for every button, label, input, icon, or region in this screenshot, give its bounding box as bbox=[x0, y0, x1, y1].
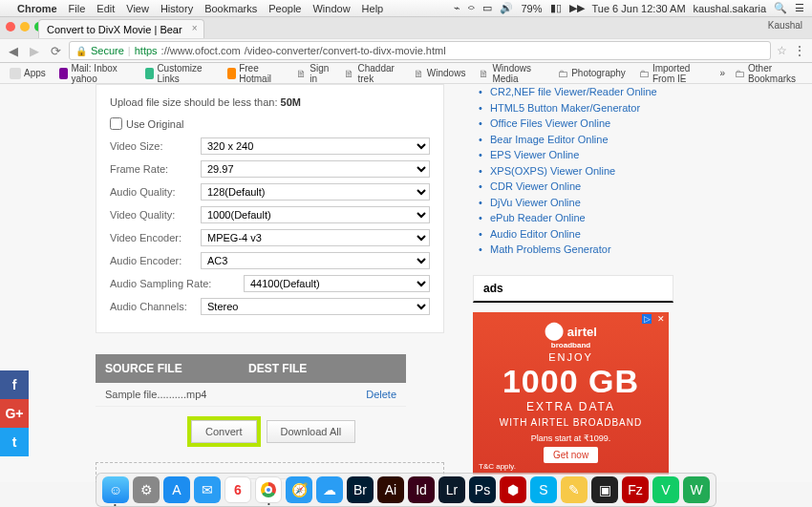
bm-windows[interactable]: 🗎Windows bbox=[410, 66, 470, 81]
window-close-icon[interactable] bbox=[6, 22, 15, 32]
td-source: Sample file..........mp4 bbox=[96, 383, 239, 406]
bm-overflow[interactable]: » bbox=[720, 68, 726, 78]
select-frame-rate[interactable]: 29.97 bbox=[201, 160, 430, 178]
bm-winmedia[interactable]: 🗎Windows Media bbox=[475, 61, 548, 86]
bm-apps[interactable]: Apps bbox=[6, 66, 50, 81]
dock-lr-icon[interactable]: Lr bbox=[438, 476, 465, 503]
select-video-quality[interactable]: 1000(Default) bbox=[201, 206, 430, 223]
menubar-datetime[interactable]: Tue 6 Jun 12:30 AM bbox=[592, 3, 686, 14]
dock-calendar-icon[interactable]: 6 bbox=[224, 476, 251, 503]
dock-ai-icon[interactable]: Ai bbox=[377, 476, 404, 503]
bm-other[interactable]: 🗀Other Bookmarks bbox=[731, 61, 806, 86]
sidebar-link[interactable]: Audio Editor Online bbox=[490, 226, 673, 243]
dock-id-icon[interactable]: Id bbox=[408, 476, 435, 503]
download-all-button[interactable]: Download All bbox=[267, 420, 356, 443]
sidebar-link[interactable]: XPS(OXPS) Viewer Online bbox=[490, 163, 673, 180]
adchoices-icon[interactable]: ▷ bbox=[642, 314, 652, 324]
dock-app1-icon[interactable]: ⬢ bbox=[500, 476, 526, 503]
googleplus-share-button[interactable]: G+ bbox=[0, 399, 29, 428]
dock-mail-icon[interactable]: ✉ bbox=[194, 476, 221, 503]
dock-safari-icon[interactable]: 🧭 bbox=[286, 476, 312, 503]
menu-app[interactable]: Chrome bbox=[17, 3, 57, 14]
sidebar-link[interactable]: ePub Reader Online bbox=[490, 210, 673, 226]
dock-chrome-icon[interactable] bbox=[255, 476, 282, 503]
fastfwd-icon[interactable]: ▶▶ bbox=[569, 2, 585, 14]
ad-close-icon[interactable]: ✕ bbox=[657, 314, 665, 324]
select-audio-quality[interactable]: 128(Default) bbox=[201, 183, 430, 201]
select-audio-encoder[interactable]: AC3 bbox=[201, 252, 430, 269]
dock-launchpad-icon[interactable]: ⚙ bbox=[133, 476, 160, 503]
bookmark-star-icon[interactable]: ☆ bbox=[777, 44, 787, 57]
address-bar[interactable]: 🔒 Secure | https ://www.ofoct.com /video… bbox=[69, 41, 771, 60]
use-original-checkbox[interactable] bbox=[110, 117, 122, 130]
spotlight-icon[interactable]: 🔍 bbox=[774, 2, 787, 14]
sidebar-link[interactable]: Office Files Viewer Online bbox=[490, 116, 673, 132]
dock-notes-icon[interactable]: ✎ bbox=[561, 476, 588, 503]
sidebar-link[interactable]: CR2,NEF file Viewer/Reader Online bbox=[490, 84, 673, 100]
menu-help[interactable]: Help bbox=[362, 3, 384, 14]
dock-appstore-icon[interactable]: A bbox=[163, 476, 190, 503]
bm-chaddar[interactable]: 🗎Chaddar trek bbox=[340, 61, 403, 86]
back-icon[interactable]: ◀ bbox=[6, 43, 21, 58]
menu-file[interactable]: File bbox=[69, 3, 86, 14]
dock-ps-icon[interactable]: Ps bbox=[469, 476, 496, 503]
dock-skype-icon[interactable]: S bbox=[530, 476, 557, 503]
battery-label: 79% bbox=[521, 3, 542, 14]
menubar-user[interactable]: kaushal.sakaria bbox=[694, 3, 766, 14]
bm-photo[interactable]: 🗀Photography bbox=[554, 66, 630, 81]
chrome-tabstrip: Convert to DivX Movie | Bear × Kaushal bbox=[0, 17, 812, 38]
twitter-share-button[interactable]: t bbox=[0, 428, 29, 456]
sidebar-link[interactable]: CDR Viewer Online bbox=[490, 179, 673, 195]
dock-w-icon[interactable]: W bbox=[683, 476, 710, 503]
convert-button[interactable]: Convert bbox=[191, 420, 257, 443]
bluetooth-icon[interactable]: ⌁ bbox=[454, 2, 460, 14]
tab-close-icon[interactable]: × bbox=[192, 23, 198, 33]
forward-icon[interactable]: ▶ bbox=[27, 43, 42, 58]
wifi-icon[interactable]: ⌔ bbox=[468, 3, 475, 14]
dock-cloud-icon[interactable]: ☁ bbox=[316, 476, 343, 503]
label-video-size: Video Size: bbox=[110, 140, 201, 152]
dock-term-icon[interactable]: ▣ bbox=[591, 476, 618, 503]
use-original-row: Use Original bbox=[110, 117, 430, 130]
menu-view[interactable]: View bbox=[126, 3, 149, 14]
delete-link[interactable]: Delete bbox=[356, 383, 406, 406]
sidebar-link[interactable]: HTML5 Button Maker/Generator bbox=[490, 100, 673, 116]
dock-finder-icon[interactable]: ☺ bbox=[102, 476, 129, 503]
select-video-encoder[interactable]: MPEG-4 v3 bbox=[201, 229, 430, 246]
dock-br-icon[interactable]: Br bbox=[347, 476, 374, 503]
row-channels: Audio Channels: Stereo bbox=[110, 298, 430, 315]
menu-bookmarks[interactable]: Bookmarks bbox=[204, 3, 257, 14]
sidebar-link[interactable]: EPS Viewer Online bbox=[490, 147, 673, 163]
bm-yahoo[interactable]: Mail: Inbox yahoo bbox=[55, 61, 136, 86]
bm-imported[interactable]: 🗀Imported From IE bbox=[635, 61, 715, 86]
ad-banner[interactable]: ▷ ✕ ⬤ airtelbroadband ENJOY 1000 GB EXTR… bbox=[473, 312, 669, 475]
bm-hotmail[interactable]: Free Hotmail bbox=[224, 61, 288, 86]
dock-filezilla-icon[interactable]: Fz bbox=[622, 476, 649, 503]
menu-people[interactable]: People bbox=[268, 3, 301, 14]
volume-icon[interactable]: 🔊 bbox=[500, 2, 513, 14]
ad-cta-button[interactable]: Get now bbox=[544, 447, 598, 463]
menu-edit[interactable]: Edit bbox=[96, 3, 115, 14]
bm-customize[interactable]: Customize Links bbox=[141, 61, 218, 86]
menu-extras-icon[interactable]: ☰ bbox=[795, 2, 804, 14]
ad-with: WITH AIRTEL BROADBAND bbox=[473, 417, 669, 428]
select-sampling[interactable]: 44100(Default) bbox=[244, 275, 430, 292]
battery-icon[interactable]: ▮▯ bbox=[550, 2, 562, 14]
window-min-icon[interactable] bbox=[20, 22, 30, 32]
url-proto: https bbox=[135, 45, 158, 56]
sidebar-link[interactable]: Bear Image Editor Online bbox=[490, 132, 673, 148]
screen-icon[interactable]: ▭ bbox=[482, 2, 492, 14]
facebook-share-button[interactable]: f bbox=[0, 370, 29, 399]
chrome-profile[interactable]: Kaushal bbox=[768, 20, 802, 31]
chrome-menu-icon[interactable]: ⋮ bbox=[793, 43, 806, 58]
browser-tab[interactable]: Convert to DivX Movie | Bear × bbox=[38, 19, 204, 38]
sidebar-link[interactable]: DjVu Viewer Online bbox=[490, 195, 673, 211]
dock-v-icon[interactable]: V bbox=[652, 476, 679, 503]
sidebar-link[interactable]: Math Problems Generator bbox=[490, 242, 673, 258]
reload-icon[interactable]: ⟳ bbox=[48, 43, 63, 58]
bm-signin[interactable]: 🗎Sign in bbox=[292, 61, 334, 86]
select-channels[interactable]: Stereo bbox=[201, 298, 430, 315]
menu-history[interactable]: History bbox=[160, 3, 193, 14]
select-video-size[interactable]: 320 x 240 bbox=[201, 137, 430, 155]
menu-window[interactable]: Window bbox=[312, 3, 350, 14]
